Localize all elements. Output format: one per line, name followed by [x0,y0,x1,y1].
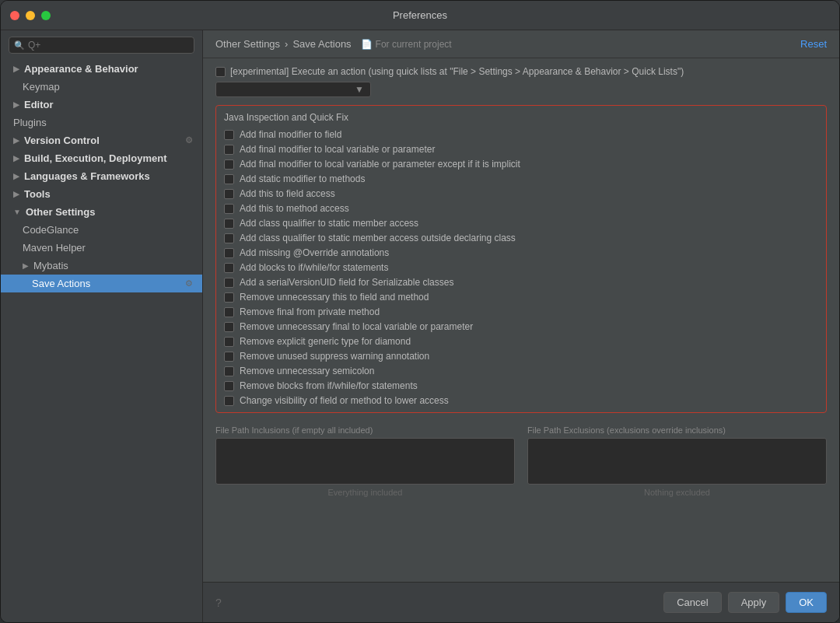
sidebar-label-keymap: Keymap [23,81,60,93]
sidebar-item-build[interactable]: ▶ Build, Execution, Deployment [1,149,202,167]
inspection-label-add-blocks: Add blocks to if/while/for statements [240,262,388,273]
inspection-item: Add final modifier to local variable or … [224,159,818,170]
breadcrumb-project-label: For current project [376,39,452,50]
inspection-title: Java Inspection and Quick Fix [224,112,818,123]
breadcrumb-parent: Other Settings [215,38,280,50]
breadcrumb-current: Save Actions [292,38,351,50]
sidebar-item-plugins[interactable]: Plugins [1,114,202,131]
sidebar-item-languages[interactable]: ▶ Languages & Frameworks [1,167,202,185]
inspection-label-remove-final-private: Remove final from private method [240,306,380,317]
inspection-item: Add a serialVersionUID field for Seriali… [224,277,818,288]
inspection-label-add-override: Add missing @Override annotations [240,247,389,258]
titlebar: Preferences [1,1,839,30]
inspection-label-add-serial-uid: Add a serialVersionUID field for Seriali… [240,277,453,288]
inspection-item: Add blocks to if/while/for statements [224,262,818,273]
close-button[interactable] [10,11,19,20]
inspection-checkbox-add-class-qualifier-outside[interactable] [224,233,234,243]
inspection-checkbox-add-blocks[interactable] [224,263,234,273]
sidebar-item-save-actions[interactable]: Save Actions ⚙ [1,275,202,292]
action-buttons: Cancel Apply OK [663,592,827,613]
sidebar-item-version-control[interactable]: ▶ Version Control ⚙ [1,131,202,149]
inspection-checkbox-add-final-field[interactable] [224,130,234,140]
ok-button[interactable]: OK [786,592,827,613]
inspection-checkbox-remove-unnecessary-this[interactable] [224,292,234,303]
inclusions-hint: Everything included [215,488,515,497]
inspection-checkbox-add-final-local-except[interactable] [224,159,234,170]
inspection-checkbox-add-static-method[interactable] [224,174,234,184]
inspection-item: Add this to method access [224,203,818,214]
maximize-button[interactable] [41,11,51,20]
search-icon: 🔍 [14,40,25,51]
execute-action-row: [experimental] Execute an action (using … [215,66,827,77]
execute-action-checkbox[interactable] [215,67,226,77]
file-path-section: File Path Inclusions (if empty all inclu… [215,425,827,497]
inspection-label-change-visibility: Change visibility of field or method to … [240,395,449,406]
inspection-label-remove-unnecessary-semicolon: Remove unnecessary semicolon [240,366,374,376]
apply-button[interactable]: Apply [728,592,780,613]
inspection-item: Add class qualifier to static member acc… [224,218,818,229]
inspection-label-add-static-method: Add static modifier to methods [240,173,365,184]
inspection-item: Remove final from private method [224,306,818,317]
sidebar-item-editor[interactable]: ▶ Editor [1,96,202,114]
sidebar-item-appearance-behavior[interactable]: ▶ Appearance & Behavior [1,60,202,78]
inspection-item: Add this to field access [224,188,818,199]
inspection-checkbox-add-class-qualifier[interactable] [224,219,234,229]
inspection-label-add-this-field: Add this to field access [240,188,335,199]
inspection-checkbox-add-serial-uid[interactable] [224,278,234,288]
inspection-label-remove-blocks: Remove blocks from if/while/for statemen… [240,380,418,391]
breadcrumb-separator: › [285,38,288,50]
inspection-checkbox-remove-explicit-generic[interactable] [224,337,234,347]
inspection-label-add-class-qualifier-outside: Add class qualifier to static member acc… [240,233,516,243]
inspection-label-remove-unnecessary-this: Remove unnecessary this to field and met… [240,292,429,303]
inspection-item: Remove blocks from if/while/for statemen… [224,380,818,391]
inspection-checkbox-change-visibility[interactable] [224,396,234,406]
inspection-item: Change visibility of field or method to … [224,395,818,406]
inspection-label-remove-unnecessary-final: Remove unnecessary final to local variab… [240,321,473,332]
sidebar-item-maven-helper[interactable]: Maven Helper [1,239,202,257]
inspection-label-add-this-method: Add this to method access [240,203,349,214]
inspection-label-add-class-qualifier: Add class qualifier to static member acc… [240,218,418,229]
sidebar-label-plugins: Plugins [13,117,47,128]
inclusions-label: File Path Inclusions (if empty all inclu… [215,425,515,435]
inspection-item: Remove unnecessary semicolon [224,366,818,376]
inspection-checkbox-add-this-field[interactable] [224,189,234,199]
inspection-checkbox-add-final-local[interactable] [224,145,234,155]
cancel-button[interactable]: Cancel [663,592,721,613]
exclusions-label: File Path Exclusions (exclusions overrid… [527,425,827,435]
action-dropdown[interactable]: ▼ [215,82,371,97]
inspection-checkbox-remove-unused-suppress[interactable] [224,352,234,362]
chevron-down-icon-other: ▼ [13,208,21,216]
help-button[interactable]: ? [215,597,222,609]
chevron-right-icon: ▶ [13,65,19,73]
main-layout: 🔍 ▶ Appearance & Behavior Keymap ▶ Edito… [1,30,839,622]
sidebar-item-keymap[interactable]: Keymap [1,78,202,96]
reset-button[interactable]: Reset [800,38,827,50]
sidebar-label-appearance-behavior: Appearance & Behavior [24,63,138,75]
sidebar-label-other-settings: Other Settings [26,206,96,218]
sidebar-item-mybatis[interactable]: ▶ Mybatis [1,257,202,275]
search-input[interactable] [28,40,189,51]
sidebar-item-codeglance[interactable]: CodeGlance [1,221,202,239]
chevron-right-icon-mybatis: ▶ [23,261,29,270]
inspection-checkbox-remove-blocks[interactable] [224,381,234,391]
search-box[interactable]: 🔍 [9,37,194,54]
exclusions-area[interactable] [527,438,827,485]
inspection-checkbox-add-override[interactable] [224,248,234,258]
sidebar-label-vc: Version Control [24,135,100,146]
preferences-window: Preferences 🔍 ▶ Appearance & Behavior Ke… [0,0,840,623]
inspection-checkbox-remove-final-private[interactable] [224,307,234,317]
inspection-checkbox-remove-unnecessary-semicolon[interactable] [224,366,234,376]
inspection-label-add-final-local: Add final modifier to local variable or … [240,144,435,155]
inclusions-area[interactable] [215,438,515,485]
sidebar-item-other-settings[interactable]: ▼ Other Settings [1,203,202,221]
sidebar-item-tools[interactable]: ▶ Tools [1,185,202,203]
file-path-exclusions-col: File Path Exclusions (exclusions overrid… [527,425,827,497]
inspection-checkbox-add-this-method[interactable] [224,204,234,214]
inspection-checkbox-remove-unnecessary-final[interactable] [224,322,234,332]
inspection-item: Add static modifier to methods [224,173,818,184]
inspection-item: Add class qualifier to static member acc… [224,233,818,243]
chevron-right-icon-build: ▶ [13,154,19,163]
inspection-label-remove-unused-suppress: Remove unused suppress warning annotatio… [240,351,429,362]
minimize-button[interactable] [26,11,35,20]
inspection-item: Remove explicit generic type for diamond [224,336,818,347]
